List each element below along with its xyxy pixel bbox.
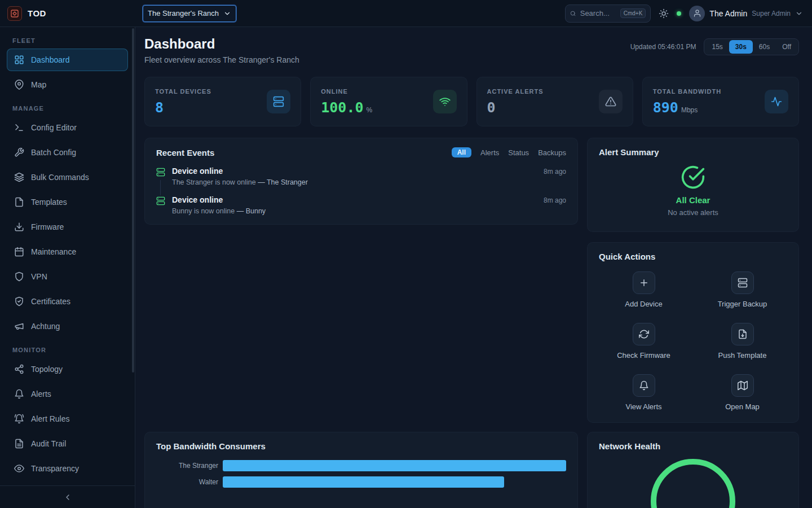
file-down-icon bbox=[731, 323, 754, 345]
check-circle-icon bbox=[681, 165, 705, 190]
wifi-icon bbox=[433, 90, 457, 113]
refresh-icon bbox=[633, 323, 655, 345]
trigger-backup-button[interactable]: Trigger Backup bbox=[698, 271, 787, 308]
event-detail: The Stranger is now online bbox=[172, 178, 256, 186]
sidebar-item-label: Topology bbox=[31, 365, 63, 374]
sidebar-item-label: Audit Trail bbox=[31, 439, 66, 448]
topbar-main: The Stranger's Ranch Cmd+K The Admin Sup… bbox=[135, 5, 812, 23]
event-filters: All Alerts Status Backups bbox=[452, 147, 566, 157]
sidebar-item-label: Maintenance bbox=[31, 247, 76, 256]
open-map-button[interactable]: Open Map bbox=[698, 374, 787, 411]
user-name: The Admin bbox=[709, 9, 747, 18]
bell-icon bbox=[14, 389, 24, 399]
refresh-15s-button[interactable]: 15s bbox=[705, 40, 729, 54]
sidebar-item-alert-rules[interactable]: Alert Rules bbox=[7, 408, 128, 430]
add-device-button[interactable]: Add Device bbox=[599, 271, 689, 308]
refresh-off-button[interactable]: Off bbox=[776, 40, 797, 54]
bandwidth-title: Top Bandwidth Consumers bbox=[156, 441, 266, 451]
sidebar-item-certificates[interactable]: Certificates bbox=[7, 290, 128, 313]
alert-status: All Clear bbox=[676, 195, 710, 205]
chevron-down-icon bbox=[223, 10, 231, 17]
filter-backups[interactable]: Backups bbox=[538, 148, 566, 157]
recent-events-title: Recent Events bbox=[156, 148, 214, 157]
sidebar-item-label: Certificates bbox=[31, 297, 70, 306]
push-template-button[interactable]: Push Template bbox=[698, 323, 787, 360]
user-menu[interactable]: The Admin Super Admin bbox=[689, 6, 803, 21]
sidebar-item-config-editor[interactable]: Config Editor bbox=[7, 116, 128, 139]
nav-section-fleet: FLEET bbox=[12, 37, 122, 44]
event-row[interactable]: Device online 8m ago Bunny is now online… bbox=[156, 195, 566, 215]
alert-summary-card: Alert Summary All Clear No active alerts bbox=[587, 138, 799, 232]
sidebar-item-label: Alert Rules bbox=[31, 414, 69, 423]
view-alerts-button[interactable]: View Alerts bbox=[599, 374, 689, 411]
event-time: 8m ago bbox=[544, 168, 566, 176]
refresh-30s-button[interactable]: 30s bbox=[729, 40, 753, 54]
sidebar-item-templates[interactable]: Templates bbox=[7, 191, 128, 213]
sidebar-collapse-button[interactable] bbox=[0, 485, 135, 508]
event-device: — Bunny bbox=[237, 207, 266, 215]
check-firmware-button[interactable]: Check Firmware bbox=[599, 323, 689, 360]
bandwidth-row: The Stranger bbox=[156, 460, 566, 471]
search-box[interactable]: Cmd+K bbox=[565, 5, 651, 23]
sidebar-item-vpn[interactable]: VPN bbox=[7, 265, 128, 288]
topbar-right: Cmd+K The Admin Super Admin bbox=[565, 5, 803, 23]
quick-actions-card: Quick Actions Add Device Trigger Backup bbox=[587, 242, 799, 423]
stat-card-online: ONLINE 100.0 % bbox=[310, 77, 467, 126]
sidebar-item-alerts[interactable]: Alerts bbox=[7, 383, 128, 405]
stat-unit: % bbox=[367, 106, 373, 114]
sidebar-item-achtung[interactable]: Achtung bbox=[7, 315, 128, 338]
sidebar-scrollbar[interactable] bbox=[132, 28, 134, 373]
theme-toggle-button[interactable] bbox=[659, 8, 669, 19]
bandwidth-bar bbox=[223, 476, 504, 488]
network-health-title: Network Health bbox=[599, 441, 660, 451]
stat-value: 8 bbox=[155, 99, 164, 116]
stat-value: 100.0 bbox=[321, 99, 363, 116]
grid-icon bbox=[14, 55, 24, 65]
map-pin-icon bbox=[14, 80, 24, 90]
stat-label: ACTIVE ALERTS bbox=[487, 88, 544, 95]
stat-card-active-alerts: ACTIVE ALERTS 0 bbox=[476, 77, 633, 126]
refresh-60s-button[interactable]: 60s bbox=[753, 40, 776, 54]
file-icon bbox=[14, 197, 24, 207]
filter-alerts[interactable]: Alerts bbox=[480, 148, 499, 157]
refresh-interval-segmented-control: 15s 30s 60s Off bbox=[704, 38, 799, 55]
filter-status[interactable]: Status bbox=[508, 148, 529, 157]
event-title: Device online bbox=[172, 195, 223, 204]
map-icon bbox=[731, 374, 754, 397]
activity-icon bbox=[765, 90, 788, 113]
nav-section-monitor: MONITOR bbox=[12, 347, 122, 353]
bandwidth-device-label: The Stranger bbox=[156, 462, 218, 470]
search-input[interactable] bbox=[580, 9, 616, 17]
server-icon bbox=[731, 271, 754, 294]
brand: TOD bbox=[0, 6, 135, 21]
alert-detail: No active alerts bbox=[668, 208, 718, 217]
event-row[interactable]: Device online 8m ago The Stranger is now… bbox=[156, 167, 566, 186]
sidebar-item-label: Achtung bbox=[31, 322, 60, 331]
bandwidth-card: Top Bandwidth Consumers The Stranger Wal… bbox=[144, 432, 578, 508]
avatar bbox=[689, 6, 705, 21]
sun-icon bbox=[659, 8, 669, 19]
stat-label: ONLINE bbox=[321, 88, 372, 95]
ranch-select[interactable]: The Stranger's Ranch bbox=[143, 5, 236, 22]
sidebar: FLEET Dashboard Map MANAGE Config Editor… bbox=[0, 27, 135, 508]
server-icon bbox=[156, 168, 165, 177]
filter-all[interactable]: All bbox=[452, 147, 471, 157]
sidebar-item-maintenance[interactable]: Maintenance bbox=[7, 240, 128, 263]
sidebar-item-transparency[interactable]: Transparency bbox=[7, 457, 128, 480]
sidebar-item-audit-trail[interactable]: Audit Trail bbox=[7, 432, 128, 455]
sidebar-item-batch-config[interactable]: Batch Config bbox=[7, 141, 128, 164]
shield-icon bbox=[14, 271, 24, 282]
calendar-icon bbox=[14, 247, 24, 257]
wrench-icon bbox=[14, 147, 24, 157]
stat-card-total-bandwidth: TOTAL BANDWIDTH 890 Mbps bbox=[642, 77, 799, 126]
sidebar-item-map[interactable]: Map bbox=[7, 73, 128, 96]
sidebar-item-bulk-commands[interactable]: Bulk Commands bbox=[7, 166, 128, 189]
network-health-gauge bbox=[651, 459, 735, 508]
eye-icon bbox=[14, 463, 24, 474]
sidebar-item-dashboard[interactable]: Dashboard bbox=[7, 49, 128, 71]
sidebar-item-topology[interactable]: Topology bbox=[7, 358, 128, 380]
sidebar-nav: FLEET Dashboard Map MANAGE Config Editor… bbox=[0, 27, 135, 485]
chevron-down-icon bbox=[795, 10, 803, 17]
page-header: Dashboard Fleet overview across The Stra… bbox=[144, 36, 799, 64]
sidebar-item-firmware[interactable]: Firmware bbox=[7, 216, 128, 238]
